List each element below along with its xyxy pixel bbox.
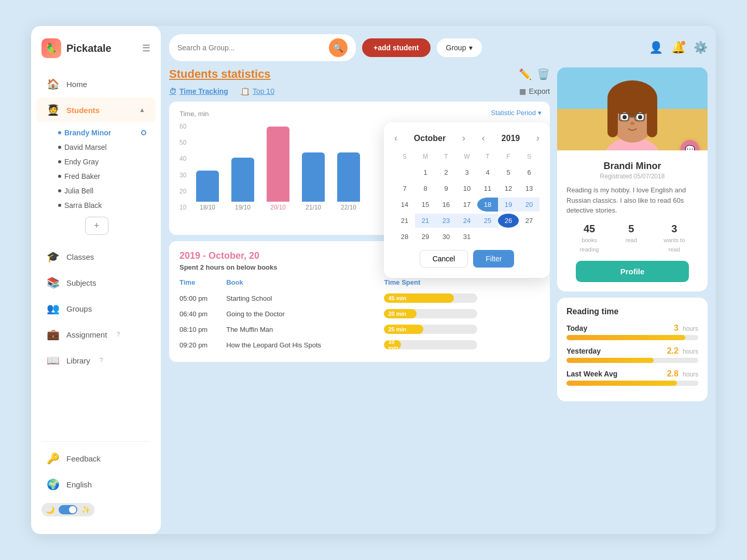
reading-bar-bg [566,335,698,340]
sidebar-item-feedback[interactable]: 🔑 Feedback [36,446,156,471]
calendar-cancel-button[interactable]: Cancel [420,250,468,268]
cal-day-10[interactable]: 10 [457,181,477,195]
dot [58,189,61,192]
sidebar-item-label-students: Students [66,106,100,115]
cal-day-26[interactable]: 26 [498,214,519,228]
reading-table-row: 06:40 pm Going to the Doctor 20 min [179,306,540,321]
prev-month-button[interactable]: ‹ [394,133,397,144]
cal-day-14[interactable]: 14 [394,198,415,212]
cal-day-31[interactable]: 31 [457,230,477,244]
cal-day-4[interactable]: 4 [477,165,498,179]
cal-day-20[interactable]: 20 [519,198,540,212]
calendar-actions: Cancel Filter [394,250,540,268]
cal-day-w4-s[interactable]: 21 [394,214,415,228]
cal-day-1[interactable]: 1 [415,165,436,179]
search-button[interactable]: 🔍 [329,38,348,57]
reading-time-cell: 08:10 pm [179,321,226,337]
cal-day-2[interactable]: 2 [436,165,457,179]
active-dot [58,131,61,134]
language-icon: 🌍 [47,478,59,491]
reading-book-cell: Starting School [226,290,384,306]
calendar-week-1: 1 2 3 4 5 6 [394,165,540,179]
cal-day-27[interactable]: 27 [519,214,540,228]
calendar-week-5: 28 29 30 31 [394,230,540,244]
student-item-sarra[interactable]: Sarra Black [58,198,150,213]
cal-day-29[interactable]: 29 [415,230,436,244]
menu-toggle-button[interactable]: ☰ [142,43,150,54]
stats-actions: ✏️ 🗑️ [519,68,550,80]
reading-row-header: Yesterday 2.2 hours [566,346,698,356]
student-item-endy[interactable]: Endy Gray [58,155,150,169]
sidebar-item-library[interactable]: 📖 Library ? [36,348,156,373]
statistic-period-label: Statistic Period [491,109,536,117]
cal-day-17[interactable]: 17 [457,198,477,212]
student-item-brandy[interactable]: Brandy Minor [58,125,150,140]
sidebar-item-students[interactable]: 🧑‍🎓 Students ▲ [36,97,156,122]
tab-time-tracking[interactable]: ⏱ Time Tracking [169,87,228,95]
tab-top10[interactable]: 📋 Top 10 [241,87,274,95]
cal-day-13[interactable]: 13 [519,181,540,195]
student-name: Fred Baker [64,172,100,180]
cal-day-3[interactable]: 3 [457,165,477,179]
top10-icon: 📋 [241,87,250,95]
sidebar-item-subjects[interactable]: 📚 Subjects [36,270,156,295]
profile-button[interactable]: Profile [576,261,689,282]
time-bar-container: 25 min [384,325,540,334]
reading-hours-value: 3 [674,324,679,333]
calendar-week-2: 7 8 9 10 11 12 13 [394,181,540,195]
cal-day-7[interactable]: 7 [394,181,415,195]
student-name: Brandy Minor [64,129,111,137]
assignment-icon: 💼 [47,328,59,341]
cal-day-30[interactable]: 30 [436,230,457,244]
cal-day-15[interactable]: 15 [415,198,436,212]
reading-book-cell: How the Leopard Got His Spots [226,337,384,353]
cal-day-6[interactable]: 6 [519,165,540,179]
next-month-button[interactable]: › [462,133,465,144]
search-input[interactable] [177,44,325,52]
student-item-fred[interactable]: Fred Baker [58,169,150,184]
sidebar-item-classes[interactable]: 🎓 Classes [36,244,156,269]
cal-day-9[interactable]: 9 [436,181,457,195]
settings-icon[interactable]: ⚙️ [694,41,708,54]
cal-day-24[interactable]: 24 [457,214,477,228]
library-icon: 📖 [47,354,59,367]
cal-day-5[interactable]: 5 [498,165,519,179]
profile-stat-wants-to-read: 3 wants toread [663,223,685,254]
calendar-week-4: 21 21 23 24 25 26 27 [394,214,540,228]
add-student-sidebar-button[interactable]: + [85,217,108,235]
topbar-icons: 👤 🔔 ⚙️ [649,41,708,54]
reading-bar-fill [566,335,685,340]
sidebar-item-language[interactable]: 🌍 English [36,472,156,497]
cal-day-21[interactable]: 21 [415,214,436,228]
sidebar-item-groups[interactable]: 👥 Groups [36,296,156,321]
user-icon[interactable]: 👤 [649,41,663,54]
cal-day-19[interactable]: 19 [498,198,519,212]
reading-spent-cell: 45 min [384,290,540,306]
theme-toggle[interactable]: 🌙 ✨ [42,503,94,516]
cal-day-18[interactable]: 18 [477,198,498,212]
cal-day-28[interactable]: 28 [394,230,415,244]
export-button[interactable]: ▦ Export [519,87,550,95]
student-item-julia[interactable]: Julia Bell [58,184,150,198]
classes-icon: 🎓 [47,250,59,263]
cal-day-25[interactable]: 25 [477,214,498,228]
sidebar-item-home[interactable]: 🏠 Home [36,72,156,96]
notification-icon[interactable]: 🔔 [671,41,685,54]
add-student-button[interactable]: +add student [362,38,431,57]
group-dropdown[interactable]: Group ▾ [437,38,482,57]
reading-spent-cell: 20 min [384,306,540,321]
cal-day-23[interactable]: 23 [436,214,457,228]
cal-day-11[interactable]: 11 [477,181,498,195]
delete-icon[interactable]: 🗑️ [537,68,550,80]
calendar-filter-button[interactable]: Filter [473,250,514,268]
cal-day-16[interactable]: 16 [436,198,457,212]
calendar-week-3: 14 15 16 17 18 19 20 [394,198,540,212]
student-item-david[interactable]: David Marsel [58,140,150,155]
statistic-period-button[interactable]: Statistic Period ▾ [491,109,542,117]
sidebar-item-assignment[interactable]: 💼 Assignment ? [36,322,156,347]
cal-day-12[interactable]: 12 [498,181,519,195]
cal-day-8[interactable]: 8 [415,181,436,195]
prev-year-button[interactable]: ‹ [482,133,485,144]
next-year-button[interactable]: › [536,133,540,144]
edit-icon[interactable]: ✏️ [519,68,532,80]
